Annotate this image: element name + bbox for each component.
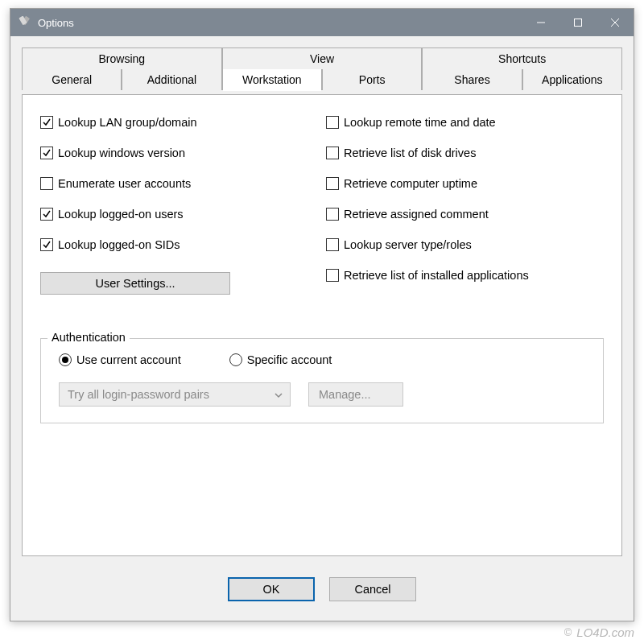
options-window: Options Browsing View Shortcuts — [10, 8, 634, 621]
titlebar: Options — [10, 9, 634, 36]
maximize-button[interactable] — [559, 9, 597, 36]
radio-label: Use current account — [76, 353, 181, 366]
opt-comment[interactable]: Retrieve assigned comment — [326, 208, 604, 221]
window-title: Options — [38, 17, 74, 29]
radio-label: Specific account — [247, 353, 332, 366]
tab-ports[interactable]: Ports — [322, 69, 422, 90]
opt-label: Retrieve list of installed applications — [344, 269, 529, 282]
opt-label: Retrieve list of disk drives — [344, 147, 476, 159]
minimize-button[interactable] — [522, 9, 559, 36]
opt-lookup-winver[interactable]: Lookup windows version — [40, 147, 318, 159]
ok-button[interactable]: OK — [228, 577, 315, 601]
opt-remote-time[interactable]: Lookup remote time and date — [326, 116, 604, 129]
opt-logged-on-sids[interactable]: Lookup logged-on SIDs — [40, 238, 318, 251]
user-settings-button[interactable]: User Settings... — [40, 272, 230, 295]
watermark-text: LO4D.com — [576, 625, 634, 639]
dialog-buttons: OK Cancel — [10, 577, 634, 601]
opt-server-type[interactable]: Lookup server type/roles — [326, 238, 604, 251]
opt-label: Lookup server type/roles — [344, 238, 472, 251]
checkbox-icon — [326, 238, 339, 251]
radio-icon — [229, 353, 242, 366]
opt-uptime[interactable]: Retrieve computer uptime — [326, 177, 604, 190]
opt-disk-drives[interactable]: Retrieve list of disk drives — [326, 147, 604, 159]
opt-label: Enumerate user accounts — [58, 177, 191, 190]
tab-row-bottom: General Additional Workstation Ports Sha… — [22, 69, 622, 90]
checkbox-icon — [326, 269, 339, 282]
cancel-button[interactable]: Cancel — [329, 577, 416, 601]
watermark: © LO4D.com — [564, 625, 634, 639]
checkbox-icon — [326, 147, 339, 159]
opt-logged-on-users[interactable]: Lookup logged-on users — [40, 208, 318, 221]
checkbox-icon — [40, 116, 53, 129]
checkbox-icon — [40, 147, 53, 159]
options-left-column: Lookup LAN group/domain Lookup windows v… — [40, 116, 318, 295]
checkbox-icon — [40, 208, 53, 221]
tab-view[interactable]: View — [222, 47, 423, 69]
login-pairs-select: Try all login-password pairs — [59, 382, 291, 407]
opt-label: Lookup logged-on users — [58, 208, 184, 221]
opt-label: Retrieve assigned comment — [344, 208, 489, 221]
tab-applications[interactable]: Applications — [522, 69, 622, 90]
radio-current-account[interactable]: Use current account — [59, 353, 181, 366]
opt-label: Lookup remote time and date — [344, 116, 496, 129]
radio-icon — [59, 353, 72, 366]
svg-rect-3 — [575, 19, 582, 27]
close-button[interactable] — [597, 9, 634, 36]
opt-label: Lookup windows version — [58, 147, 185, 159]
tab-workstation[interactable]: Workstation — [222, 69, 322, 90]
client-area: Browsing View Shortcuts General Addition… — [10, 36, 634, 621]
checkbox-icon — [326, 177, 339, 190]
checkbox-icon — [326, 116, 339, 129]
tab-additional[interactable]: Additional — [122, 69, 221, 90]
app-icon — [17, 15, 31, 30]
copyright-symbol: © — [564, 626, 572, 638]
manage-button: Manage... — [308, 382, 403, 407]
tab-row-top: Browsing View Shortcuts — [22, 47, 622, 69]
tab-shortcuts[interactable]: Shortcuts — [422, 47, 622, 69]
opt-label: Lookup LAN group/domain — [58, 116, 197, 129]
opt-label: Lookup logged-on SIDs — [58, 238, 180, 251]
auth-legend: Authentication — [47, 331, 130, 344]
tab-shares[interactable]: Shares — [422, 69, 522, 90]
options-right-column: Lookup remote time and date Retrieve lis… — [326, 116, 604, 295]
tab-general[interactable]: General — [22, 69, 122, 90]
auth-group: Authentication Use current account Speci… — [40, 338, 604, 423]
select-value: Try all login-password pairs — [68, 388, 209, 401]
tab-browsing[interactable]: Browsing — [22, 47, 222, 69]
checkbox-icon — [326, 208, 339, 221]
opt-enum-accounts[interactable]: Enumerate user accounts — [40, 177, 318, 190]
radio-specific-account[interactable]: Specific account — [229, 353, 332, 366]
chevron-down-icon — [274, 390, 283, 399]
checkbox-icon — [40, 177, 53, 190]
opt-lookup-lan[interactable]: Lookup LAN group/domain — [40, 116, 318, 129]
opt-installed-apps[interactable]: Retrieve list of installed applications — [326, 269, 604, 282]
tab-panel-workstation: Lookup LAN group/domain Lookup windows v… — [22, 94, 622, 556]
checkbox-icon — [40, 238, 53, 251]
opt-label: Retrieve computer uptime — [344, 177, 477, 190]
